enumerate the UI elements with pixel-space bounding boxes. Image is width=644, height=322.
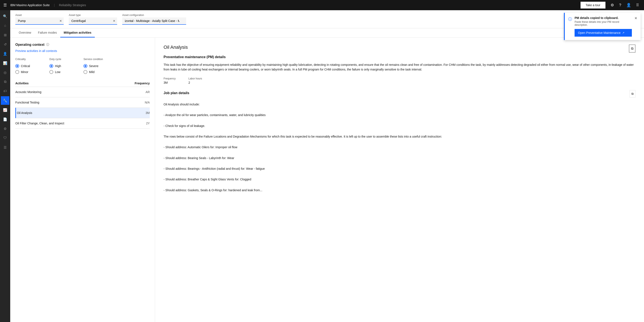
copy-icon: ⧉ [631, 47, 633, 50]
service-condition-severe-option[interactable]: Severe [84, 64, 109, 68]
criticality-minor-option[interactable]: Minor [15, 70, 41, 74]
brand-name: IBM Maximo Application Suite [10, 4, 50, 7]
asset-input[interactable] [15, 18, 58, 24]
criticality-label: Criticality [15, 58, 41, 61]
activity-row-acoustic[interactable]: Acoustic Monitoring AR [15, 87, 150, 97]
sidebar-item-home[interactable]: ⌂ [1, 21, 9, 30]
asset-config-filter-group: Asset configuration [122, 14, 186, 25]
toast-body: Paste these details into your PM record … [574, 20, 632, 26]
activity-row-oil-filter[interactable]: Oil Filter Change, Clean, and Inspect 2Y [15, 118, 150, 129]
sidebar-item-tag[interactable]: 🏷 [1, 87, 9, 96]
left-panel: Operating context ⓘ Preview activities i… [10, 38, 155, 322]
frequency-col-title: Frequency [134, 82, 150, 85]
criticality-minor-radio[interactable] [15, 70, 19, 74]
service-condition-filter: Service condition Severe Mild [84, 58, 109, 74]
activity-name-oil: Oil Analysis [17, 111, 32, 114]
activities-section: Activities Frequency Acoustic Monitoring… [15, 80, 150, 129]
operating-context-header: Operating context ⓘ [15, 43, 150, 47]
duty-cycle-low-label: Low [55, 70, 60, 74]
sidebar-item-settings[interactable]: ⚙ [1, 124, 9, 133]
asset-type-label: Asset type [69, 14, 117, 16]
job-plan-section: Job plan details ⧉ Oil Analysis should i… [164, 91, 636, 193]
asset-type-input[interactable] [69, 18, 111, 24]
service-condition-mild-option[interactable]: Mild [84, 70, 109, 74]
operating-context-title: Operating context [15, 43, 44, 47]
duty-cycle-low-radio[interactable] [50, 70, 53, 74]
job-plan-text: Oil Analysis should include:- Analyze th… [164, 102, 636, 193]
criticality-critical-radio[interactable] [15, 64, 19, 68]
sidebar-item-list[interactable]: ☰ [1, 143, 9, 152]
activity-row-functional[interactable]: Functional Testing N/A [15, 97, 150, 108]
settings-icon[interactable]: ⚙ [609, 1, 616, 9]
tab-failure-modes[interactable]: Failure modes [34, 28, 60, 38]
duty-cycle-radio-group: High Low [50, 64, 75, 74]
activities-header: Activities Frequency [15, 80, 150, 87]
asset-type-filter-group: Asset type ✕ [69, 14, 117, 25]
user-avatar-icon[interactable]: 👤 [624, 1, 633, 9]
activity-row-oil-analysis[interactable]: Oil Analysis 3M [15, 108, 150, 118]
pm-frequency-detail: Frequency 3M [164, 77, 176, 84]
sidebar-item-grid[interactable]: ⊞ [1, 31, 9, 39]
tab-overview[interactable]: Overview [15, 28, 34, 38]
sidebar-item-target[interactable]: ◎ [1, 68, 9, 77]
pm-body-text: This task has the objective of ensuring … [164, 62, 636, 72]
sidebar-item-analytics[interactable]: 📈 [1, 106, 9, 114]
duty-cycle-high-option[interactable]: High [50, 64, 75, 68]
activity-freq-functional: N/A [145, 101, 150, 104]
sidebar-item-puzzle[interactable]: ⧉ [1, 78, 9, 86]
asset-config-input[interactable] [122, 18, 182, 24]
duty-cycle-low-option[interactable]: Low [50, 70, 75, 74]
service-condition-severe-radio[interactable] [84, 64, 87, 68]
asset-config-label: Asset configuration [122, 14, 186, 16]
open-pm-button[interactable]: Open Preventative Maintenance ↗ [574, 29, 632, 37]
app-layout: 🔍 ⌂ ⊞ ↺ 👤 📊 ◎ ⧉ 🏷 🔧 📈 📄 ⚙ 🛡 ☰ Asset ✕ A [0, 10, 644, 322]
criticality-filter: Criticality Critical Minor [15, 58, 41, 74]
toast-title: PM details copied to clipboard. [574, 16, 632, 20]
sidebar-item-chart[interactable]: 📊 [1, 59, 9, 67]
tabs-bar: Overview Failure modes Mitigation activi… [10, 28, 644, 38]
service-condition-mild-radio[interactable] [84, 70, 87, 74]
toast-header: ⓘ PM details copied to clipboard. Paste … [568, 16, 637, 37]
service-condition-severe-label: Severe [89, 64, 98, 68]
sidebar: 🔍 ⌂ ⊞ ↺ 👤 📊 ◎ ⧉ 🏷 🔧 📈 📄 ⚙ 🛡 ☰ [0, 10, 10, 322]
job-plan-title: Job plan details [164, 91, 189, 95]
activity-freq-oil: 3M [146, 111, 150, 114]
app-name: Reliability Strategies [59, 4, 86, 7]
asset-type-clear-button[interactable]: ✕ [111, 18, 117, 24]
content-area: Asset ✕ Asset type ✕ Asset configuration [10, 10, 644, 322]
copy-pm-details-button[interactable]: ⧉ [629, 44, 636, 52]
sidebar-item-history[interactable]: ↺ [1, 40, 9, 48]
criticality-critical-option[interactable]: Critical [15, 64, 41, 68]
asset-config-input-wrap [122, 18, 186, 25]
tab-mitigation[interactable]: Mitigation activities [60, 28, 95, 38]
criticality-radio-group: Critical Minor [15, 64, 41, 74]
menu-icon[interactable]: ☰ [4, 3, 7, 8]
main-split: Operating context ⓘ Preview activities i… [10, 38, 644, 322]
duty-cycle-high-radio[interactable] [50, 64, 53, 68]
sidebar-item-user[interactable]: 👤 [1, 50, 9, 58]
duty-cycle-label: Duty cycle [50, 58, 75, 61]
info-icon[interactable]: ⓘ [46, 43, 49, 47]
sidebar-item-shield[interactable]: 🛡 [1, 134, 9, 142]
asset-type-input-wrap: ✕ [69, 18, 117, 25]
sidebar-item-document[interactable]: 📄 [1, 115, 9, 124]
toast-info-icon: ⓘ [568, 16, 572, 22]
copy-job-plan-button[interactable]: ⧉ [630, 90, 636, 98]
activity-freq-acoustic: AR [146, 90, 150, 94]
asset-filter-label: Asset [15, 14, 64, 16]
preview-link[interactable]: Preview activities in all contexts [15, 49, 150, 52]
sidebar-item-wrench[interactable]: 🔧 [1, 96, 9, 105]
activity-freq-oil-filter: 2Y [146, 122, 150, 125]
apps-grid-icon[interactable]: ⠿ [634, 1, 640, 9]
pm-section-title: Preventative maintenance (PM) details [164, 55, 636, 59]
asset-filter-input-wrap: ✕ [15, 18, 64, 25]
pm-details-grid: Frequency 3M Labor hours 2 [164, 77, 636, 84]
top-nav: ☰ IBM Maximo Application Suite | Reliabi… [0, 0, 644, 10]
help-icon[interactable]: ? [618, 1, 623, 9]
asset-clear-button[interactable]: ✕ [58, 18, 64, 24]
pm-labor-hours-value: 2 [188, 81, 202, 84]
sidebar-item-search[interactable]: 🔍 [1, 12, 9, 20]
take-tour-button[interactable]: Take a tour [580, 2, 606, 8]
toast-close-button[interactable]: ✕ [634, 16, 637, 20]
activity-name-functional: Functional Testing [15, 101, 40, 104]
